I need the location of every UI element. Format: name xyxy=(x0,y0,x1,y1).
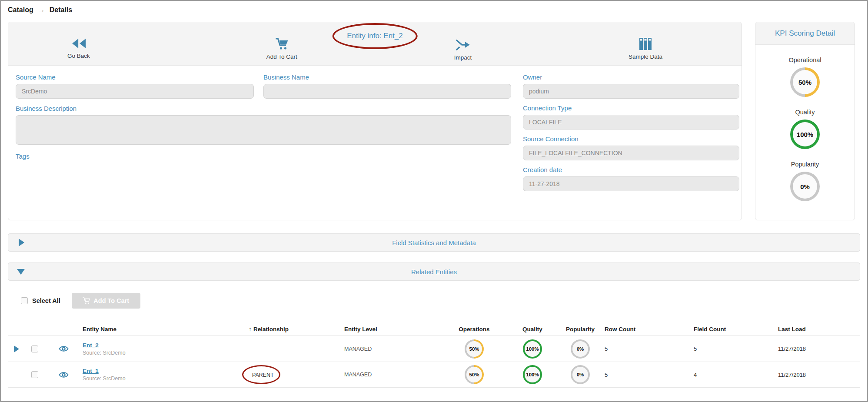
source-name-label: Source Name xyxy=(16,73,254,81)
col-relationship[interactable]: ↑ Relationship xyxy=(249,326,344,332)
cart-icon xyxy=(275,38,288,50)
col-row-count[interactable]: Row Count xyxy=(602,326,691,332)
entity-link[interactable]: Ent_1 xyxy=(83,368,249,374)
impact-label: Impact xyxy=(454,54,472,61)
section-field-statistics[interactable]: Field Statistics and Metadata xyxy=(8,233,860,252)
col-quality[interactable]: Quality xyxy=(522,326,542,332)
add-to-cart-table-label: Add To Cart xyxy=(93,297,129,304)
business-name-field[interactable] xyxy=(263,84,511,99)
collapse-down-icon xyxy=(17,269,25,275)
quality-badge: 100% xyxy=(523,339,542,359)
view-entity-button[interactable] xyxy=(59,371,69,379)
kpi-scoring-panel: KPI Scoring Detail Operational 50% Quali… xyxy=(755,22,855,220)
eye-icon xyxy=(59,371,69,379)
table-row: Ent_2 Source: SrcDemo MANAGED 50% 100% 0… xyxy=(8,336,860,362)
kpi-panel-title: KPI Scoring Detail xyxy=(775,29,835,38)
tags-label: Tags xyxy=(16,153,511,160)
kpi-operational-label: Operational xyxy=(789,56,821,63)
entity-level-value: MANAGED xyxy=(344,372,442,378)
add-to-cart-button[interactable]: Add To Cart xyxy=(266,38,297,60)
kpi-quality-value: 100% xyxy=(793,122,817,146)
breadcrumb-arrow-icon: → xyxy=(38,6,45,14)
relationship-value: PARENT xyxy=(252,372,274,378)
col-operations[interactable]: Operations xyxy=(459,326,489,332)
row-checkbox[interactable] xyxy=(31,371,38,378)
col-popularity[interactable]: Popularity xyxy=(566,326,595,332)
entity-source: Source: SrcDemo xyxy=(83,375,249,382)
entity-info-panel: Entity info: Ent_2 Go Back xyxy=(8,22,742,220)
creation-date-field[interactable] xyxy=(523,176,739,191)
view-entity-button[interactable] xyxy=(59,345,69,352)
row-checkbox[interactable] xyxy=(31,346,38,352)
operations-badge: 50% xyxy=(465,339,484,359)
table-row: Ent_1 Source: SrcDemo PARENT MANAGED 50%… xyxy=(8,362,860,388)
kpi-popularity-label: Popularity xyxy=(791,161,819,168)
business-description-label: Business Description xyxy=(16,105,511,112)
connection-type-label: Connection Type xyxy=(523,104,739,112)
popularity-badge: 0% xyxy=(571,365,590,384)
col-last-load[interactable]: Last Load xyxy=(778,326,860,332)
kpi-quality-label: Quality xyxy=(795,109,815,116)
quality-badge: 100% xyxy=(523,365,542,384)
related-table-header: Entity Name ↑ Relationship Entity Level … xyxy=(8,322,860,336)
source-connection-field[interactable] xyxy=(523,146,739,160)
col-entity-level[interactable]: Entity Level xyxy=(344,326,442,332)
add-to-cart-label: Add To Cart xyxy=(266,53,297,60)
col-field-count[interactable]: Field Count xyxy=(691,326,778,332)
row-expand-icon[interactable] xyxy=(14,346,19,352)
go-back-label: Go Back xyxy=(67,53,90,59)
field-count-value: 4 xyxy=(691,372,778,378)
kpi-operational-value: 50% xyxy=(793,70,817,94)
popularity-badge: 0% xyxy=(571,339,590,359)
field-statistics-title: Field Statistics and Metadata xyxy=(392,239,476,246)
creation-date-label: Creation date xyxy=(523,166,739,173)
operations-badge: 50% xyxy=(465,365,484,384)
branch-arrow-icon xyxy=(455,38,471,51)
section-related-entities[interactable]: Related Entities xyxy=(8,262,860,281)
impact-button[interactable]: Impact xyxy=(454,38,472,61)
entity-info-title: Entity info: Ent_2 xyxy=(347,32,403,40)
kpi-operational-donut: 50% xyxy=(790,67,820,97)
columns-icon xyxy=(639,38,652,50)
entity-form: Source Name Business Name Business Descr… xyxy=(8,66,742,73)
expand-right-icon xyxy=(19,239,24,246)
source-name-field[interactable] xyxy=(16,84,254,99)
breadcrumb-details: Details xyxy=(50,6,72,14)
go-back-button[interactable]: Go Back xyxy=(67,38,90,59)
business-name-label: Business Name xyxy=(263,73,511,81)
page: Catalog → Details Entity info: Ent_2 Go … xyxy=(0,0,868,402)
connection-type-field[interactable] xyxy=(523,115,739,130)
row-count-value: 5 xyxy=(602,372,691,378)
sample-data-button[interactable]: Sample Data xyxy=(629,38,662,60)
add-to-cart-table-button[interactable]: Add To Cart xyxy=(72,293,140,309)
sample-data-label: Sample Data xyxy=(629,53,662,60)
business-description-field[interactable] xyxy=(16,115,511,145)
select-all-label: Select All xyxy=(32,297,60,304)
cart-icon xyxy=(83,297,90,304)
eye-icon xyxy=(59,345,69,352)
col-entity-name[interactable]: Entity Name xyxy=(83,326,249,332)
related-entities-title: Related Entities xyxy=(411,268,457,276)
related-toolbar: Select All Add To Cart xyxy=(8,293,860,309)
last-load-value: 11/27/2018 xyxy=(778,346,860,352)
kpi-popularity-donut: 0% xyxy=(790,172,820,201)
source-connection-label: Source Connection xyxy=(523,135,739,143)
related-table-body: Ent_2 Source: SrcDemo MANAGED 50% 100% 0… xyxy=(8,336,860,388)
entity-link[interactable]: Ent_2 xyxy=(83,342,249,349)
select-all-checkbox[interactable] xyxy=(21,297,28,304)
breadcrumb-catalog[interactable]: Catalog xyxy=(8,6,33,14)
kpi-quality-donut: 100% xyxy=(790,120,820,149)
entity-level-value: MANAGED xyxy=(344,346,442,352)
owner-label: Owner xyxy=(523,73,739,81)
row-count-value: 5 xyxy=(602,346,691,352)
kpi-popularity-value: 0% xyxy=(793,174,817,199)
sort-asc-icon: ↑ xyxy=(249,326,252,332)
entity-source: Source: SrcDemo xyxy=(83,350,249,356)
breadcrumb: Catalog → Details xyxy=(8,5,860,15)
double-left-arrow-icon xyxy=(71,38,86,49)
entity-info-header: Entity info: Ent_2 Go Back xyxy=(8,22,742,66)
last-load-value: 11/27/2018 xyxy=(778,372,860,378)
owner-field[interactable] xyxy=(523,84,739,99)
field-count-value: 5 xyxy=(691,346,778,352)
